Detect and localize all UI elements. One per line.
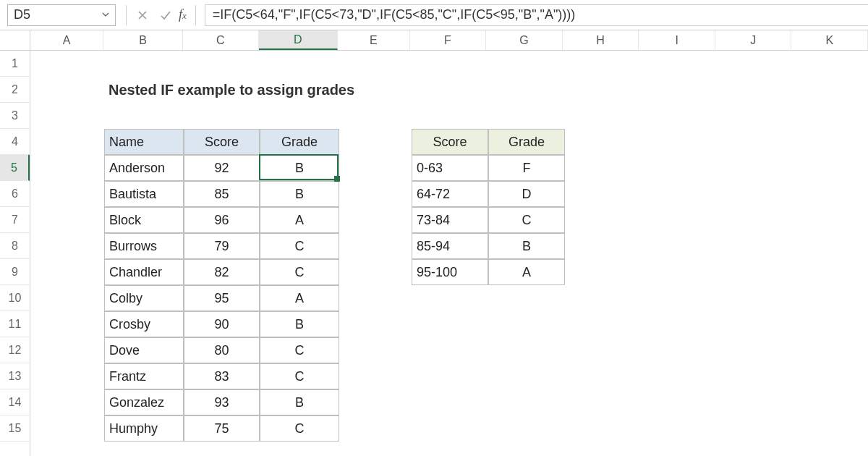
main-score-14[interactable]: 93 bbox=[184, 389, 260, 415]
main-name-6[interactable]: Bautista bbox=[104, 181, 184, 207]
row-header-9[interactable]: 9 bbox=[0, 259, 30, 285]
row-header-14[interactable]: 14 bbox=[0, 389, 30, 415]
lookup-grade-9[interactable]: A bbox=[488, 259, 565, 285]
divider bbox=[126, 5, 127, 25]
name-box-value: D5 bbox=[14, 7, 30, 22]
column-header-E[interactable]: E bbox=[338, 30, 410, 50]
main-header-grade[interactable]: Grade bbox=[260, 129, 339, 155]
column-header-B[interactable]: B bbox=[103, 30, 183, 50]
lookup-grade-7[interactable]: C bbox=[488, 207, 565, 233]
row-header-15[interactable]: 15 bbox=[0, 415, 30, 442]
column-header-I[interactable]: I bbox=[639, 30, 715, 50]
main-score-13[interactable]: 83 bbox=[184, 363, 260, 389]
main-grade-13[interactable]: C bbox=[260, 363, 339, 389]
main-grade-9[interactable]: C bbox=[260, 259, 339, 285]
row-header-7[interactable]: 7 bbox=[0, 207, 30, 233]
row-header-4[interactable]: 4 bbox=[0, 129, 30, 155]
main-name-10[interactable]: Colby bbox=[104, 285, 184, 311]
column-header-C[interactable]: C bbox=[183, 30, 259, 50]
column-header-K[interactable]: K bbox=[791, 30, 868, 50]
main-grade-12[interactable]: C bbox=[260, 337, 339, 363]
row-header-13[interactable]: 13 bbox=[0, 363, 30, 389]
column-header-J[interactable]: J bbox=[715, 30, 792, 50]
main-name-13[interactable]: Frantz bbox=[104, 363, 184, 389]
row-header-1[interactable]: 1 bbox=[0, 51, 30, 77]
chevron-down-icon[interactable] bbox=[102, 10, 109, 20]
main-score-7[interactable]: 96 bbox=[184, 207, 260, 233]
page-title[interactable]: Nested IF example to assign grades bbox=[104, 77, 412, 103]
select-all-corner[interactable] bbox=[0, 30, 30, 50]
row-header-2[interactable]: 2 bbox=[0, 77, 30, 103]
row-header-col: 123456789101112131415 bbox=[0, 51, 30, 456]
lookup-header-score[interactable]: Score bbox=[412, 129, 488, 155]
grid-body: 123456789101112131415 Nested IF example … bbox=[0, 51, 868, 456]
lookup-header-grade[interactable]: Grade bbox=[488, 129, 565, 155]
main-grade-6[interactable]: B bbox=[260, 181, 339, 207]
main-grade-8[interactable]: C bbox=[260, 233, 339, 259]
main-header-name[interactable]: Name bbox=[104, 129, 184, 155]
main-score-9[interactable]: 82 bbox=[184, 259, 260, 285]
lookup-score-5[interactable]: 0-63 bbox=[412, 155, 488, 181]
main-name-9[interactable]: Chandler bbox=[104, 259, 184, 285]
cancel-icon[interactable] bbox=[132, 5, 153, 25]
lookup-score-7[interactable]: 73-84 bbox=[412, 207, 488, 233]
main-name-11[interactable]: Crosby bbox=[104, 311, 184, 337]
formula-bar: D5 fx =IF(C5<64,"F",IF(C5<73,"D",IF(C5<8… bbox=[0, 0, 868, 30]
main-grade-7[interactable]: A bbox=[260, 207, 339, 233]
main-grade-11[interactable]: B bbox=[260, 311, 339, 337]
main-score-11[interactable]: 90 bbox=[184, 311, 260, 337]
column-header-H[interactable]: H bbox=[563, 30, 639, 50]
row-header-5[interactable]: 5 bbox=[0, 155, 30, 181]
main-score-8[interactable]: 79 bbox=[184, 233, 260, 259]
row-header-11[interactable]: 11 bbox=[0, 311, 30, 337]
main-score-5[interactable]: 92 bbox=[184, 155, 260, 181]
row-header-12[interactable]: 12 bbox=[0, 337, 30, 363]
main-score-10[interactable]: 95 bbox=[184, 285, 260, 311]
formula-text: =IF(C5<64,"F",IF(C5<73,"D",IF(C5<85,"C",… bbox=[213, 7, 576, 22]
cells-canvas[interactable]: Nested IF example to assign gradesNameSc… bbox=[30, 51, 868, 456]
main-grade-15[interactable]: C bbox=[260, 415, 339, 442]
column-header-F[interactable]: F bbox=[410, 30, 487, 50]
main-grade-10[interactable]: A bbox=[260, 285, 339, 311]
row-header-10[interactable]: 10 bbox=[0, 285, 30, 311]
main-name-14[interactable]: Gonzalez bbox=[104, 389, 184, 415]
enter-icon[interactable] bbox=[156, 5, 176, 25]
lookup-grade-6[interactable]: D bbox=[488, 181, 565, 207]
row-header-3[interactable]: 3 bbox=[0, 103, 30, 129]
main-name-12[interactable]: Dove bbox=[104, 337, 184, 363]
lookup-grade-8[interactable]: B bbox=[488, 233, 565, 259]
lookup-score-8[interactable]: 85-94 bbox=[412, 233, 488, 259]
main-score-15[interactable]: 75 bbox=[184, 415, 260, 442]
column-header-D[interactable]: D bbox=[259, 30, 339, 50]
main-name-8[interactable]: Burrows bbox=[104, 233, 184, 259]
column-header-G[interactable]: G bbox=[486, 30, 563, 50]
lookup-grade-5[interactable]: F bbox=[488, 155, 565, 181]
main-name-15[interactable]: Humphy bbox=[104, 415, 184, 442]
main-header-score[interactable]: Score bbox=[184, 129, 260, 155]
fx-icon[interactable]: fx bbox=[179, 7, 187, 22]
main-grade-5[interactable]: B bbox=[260, 155, 339, 181]
divider bbox=[195, 5, 196, 25]
row-header-8[interactable]: 8 bbox=[0, 233, 30, 259]
lookup-score-9[interactable]: 95-100 bbox=[412, 259, 488, 285]
main-name-5[interactable]: Anderson bbox=[104, 155, 184, 181]
lookup-score-6[interactable]: 64-72 bbox=[412, 181, 488, 207]
column-header-row: ABCDEFGHIJK bbox=[0, 30, 868, 51]
main-score-6[interactable]: 85 bbox=[184, 181, 260, 207]
column-header-A[interactable]: A bbox=[30, 30, 104, 50]
main-score-12[interactable]: 80 bbox=[184, 337, 260, 363]
main-grade-14[interactable]: B bbox=[260, 389, 339, 415]
main-name-7[interactable]: Block bbox=[104, 207, 184, 233]
row-header-6[interactable]: 6 bbox=[0, 181, 30, 207]
name-box[interactable]: D5 bbox=[7, 4, 116, 26]
formula-input[interactable]: =IF(C5<64,"F",IF(C5<73,"D",IF(C5<85,"C",… bbox=[205, 4, 868, 26]
